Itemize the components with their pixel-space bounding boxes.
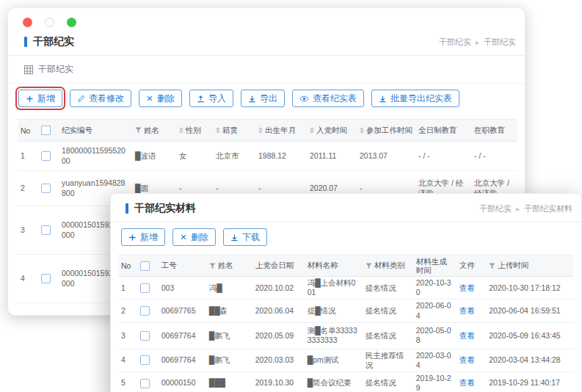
column-header[interactable]: [38, 120, 59, 142]
button-label: 新增: [140, 233, 158, 242]
cell-text: 2020-06-04 16:59:51: [489, 306, 561, 315]
cell-text: 2020.05.09: [255, 331, 294, 340]
delete-button[interactable]: 删除: [139, 90, 182, 107]
column-header[interactable]: 在职教育: [471, 120, 517, 142]
cell-text: █鹏飞: [209, 355, 230, 364]
minimize-button[interactable]: [45, 18, 54, 27]
table-cell: 查看: [456, 300, 487, 322]
breadcrumb-item[interactable]: 干部纪实: [479, 203, 512, 214]
page-title: 干部纪实: [24, 35, 74, 48]
cell-text: 1988.12: [258, 151, 286, 160]
table-cell: 2020-03-04: [413, 349, 456, 371]
column-header[interactable]: 材料类别: [363, 255, 413, 277]
row-checkbox[interactable]: [41, 184, 51, 193]
table-cell: 5: [118, 371, 137, 392]
column-header-content: 姓名: [209, 261, 250, 271]
column-header[interactable]: No: [18, 120, 38, 142]
cell-text: 3: [121, 331, 126, 340]
column-header[interactable]: 工号: [159, 255, 206, 277]
column-header[interactable]: 文件: [456, 255, 487, 277]
cell-text: 2019-10-29 11:40:17: [489, 378, 560, 387]
delete-button[interactable]: 删除: [172, 228, 216, 246]
table-cell: [137, 277, 158, 300]
table-cell: 1: [18, 142, 38, 171]
breadcrumb-item[interactable]: 干部纪实: [439, 37, 471, 48]
column-header[interactable]: 纪实编号: [59, 120, 132, 142]
column-header[interactable]: 姓名: [132, 120, 176, 142]
download-button[interactable]: 下载: [223, 228, 267, 246]
cell-text: █鹏飞: [209, 331, 230, 340]
column-header[interactable]: 材料生成时间: [413, 255, 456, 277]
table-cell: 2020-05-09 16:43:45: [486, 322, 574, 349]
cell-text: 2019-10-29: [416, 374, 451, 392]
table-cell: ██森: [206, 300, 252, 322]
modal-table-wrap: No工号姓名上党会日期材料名称材料类别材料生成时间文件上传时间1003冯█202…: [111, 255, 581, 392]
row-checkbox[interactable]: [41, 151, 51, 161]
select-all-checkbox[interactable]: [140, 261, 150, 271]
add-button[interactable]: 新增: [18, 90, 62, 107]
row-checkbox[interactable]: [41, 225, 51, 235]
view-file-link[interactable]: 查看: [459, 331, 475, 340]
table-cell: [137, 322, 158, 349]
column-header[interactable]: 全日制教育: [415, 120, 471, 142]
export-button[interactable]: 导出: [241, 90, 285, 107]
column-header[interactable]: No: [118, 255, 137, 277]
view-record-table-button[interactable]: 查看纪实表: [292, 90, 364, 107]
batch-export-record-table-button[interactable]: 批量导出纪实表: [371, 90, 459, 107]
add-button[interactable]: 新增: [121, 228, 165, 246]
column-header-content: 文件: [459, 261, 484, 271]
column-header-label: 工号: [161, 261, 177, 271]
close-icon: [180, 233, 187, 241]
main-titlebar: 干部纪实 干部纪实 ▸ 干部纪实: [8, 27, 525, 55]
column-header-content: No: [21, 126, 35, 135]
table-cell: 2020.06.04: [252, 300, 305, 322]
column-header-content: 上传时间: [489, 261, 571, 271]
column-header[interactable]: 上党会日期: [252, 255, 305, 277]
table-cell: 查看: [456, 322, 487, 349]
view-file-link[interactable]: 查看: [459, 355, 475, 364]
button-label: 删除: [191, 233, 208, 242]
table-cell: █鹏飞: [206, 349, 252, 371]
column-header-content: No: [121, 261, 134, 270]
table-cell: - / -: [471, 142, 517, 171]
table-cell: [137, 300, 158, 322]
row-checkbox[interactable]: [140, 355, 150, 365]
table-cell: 查看: [456, 349, 487, 371]
column-header[interactable]: 上传时间: [486, 255, 574, 277]
table-cell: 2019.10.30: [252, 371, 305, 392]
column-header[interactable]: 材料名称: [305, 255, 363, 277]
cell-text: 2020-03-04 13:44:28: [489, 355, 561, 364]
column-header[interactable]: 入党时间: [307, 120, 357, 142]
column-header[interactable]: 参加工作时间: [357, 120, 415, 142]
column-header[interactable]: 出生年月: [255, 120, 307, 142]
view-file-link[interactable]: 查看: [459, 306, 475, 315]
column-header[interactable]: 姓名: [206, 255, 252, 277]
cell-text: █圆: [135, 184, 148, 192]
maximize-button[interactable]: [67, 18, 76, 27]
view-edit-button[interactable]: 查看修改: [70, 90, 131, 107]
cell-text: 2020-10-30 17:18:12: [489, 283, 561, 292]
row-checkbox[interactable]: [140, 306, 150, 316]
column-header[interactable]: [137, 255, 158, 277]
modal-title: 干部纪实材料: [126, 202, 196, 215]
cell-text: 提名情况: [365, 331, 396, 340]
view-file-link[interactable]: 查看: [459, 378, 475, 387]
column-header-label: 籍贯: [222, 126, 238, 136]
column-header[interactable]: 性别: [176, 120, 213, 142]
table-cell: 2: [18, 171, 38, 206]
column-header-content: 在职教育: [474, 126, 514, 136]
row-checkbox[interactable]: [140, 331, 150, 341]
column-header-label: 姓名: [218, 261, 233, 271]
column-header[interactable]: 籍贯: [213, 120, 255, 142]
row-checkbox[interactable]: [140, 379, 150, 388]
select-all-checkbox[interactable]: [41, 126, 51, 135]
row-checkbox[interactable]: [41, 274, 51, 283]
filter-icon: [135, 127, 142, 134]
view-file-link[interactable]: 查看: [459, 283, 475, 292]
close-button[interactable]: [23, 18, 32, 27]
row-checkbox[interactable]: [140, 283, 150, 293]
cell-text: 00697764: [161, 331, 196, 340]
cell-text: 2011.11: [310, 151, 336, 160]
import-button[interactable]: 导入: [189, 90, 233, 107]
export-icon: [248, 95, 256, 103]
